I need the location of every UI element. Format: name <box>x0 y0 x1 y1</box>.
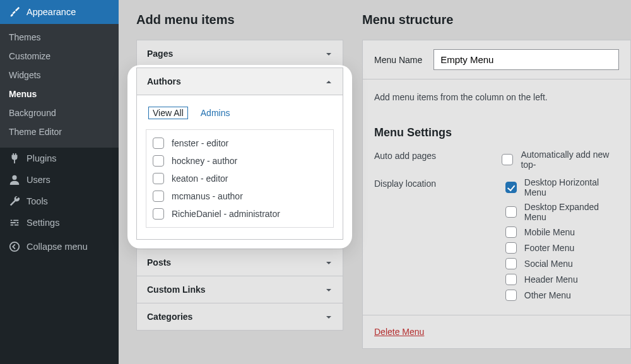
sidebar-sub-menus[interactable]: Menus <box>0 85 119 103</box>
checkbox[interactable] <box>502 154 513 165</box>
location-option[interactable]: Footer Menu <box>505 242 619 254</box>
author-label: hockney - author <box>172 156 237 166</box>
location-label: Other Menu <box>524 290 571 300</box>
menu-name-row: Menu Name <box>363 40 630 79</box>
collapse-icon <box>9 241 20 252</box>
sidebar-item-label: Users <box>27 175 50 185</box>
meta-box-pages: Pages <box>136 40 343 68</box>
author-item[interactable]: fenster - editor <box>153 138 327 149</box>
meta-box-pages-toggle[interactable]: Pages <box>137 40 343 67</box>
menu-name-label: Menu Name <box>374 55 422 65</box>
menu-structure-title: Menu structure <box>362 13 631 27</box>
display-location-label: Display location <box>374 177 505 189</box>
tab-view-all[interactable]: View All <box>148 107 188 119</box>
checkbox[interactable] <box>505 290 517 301</box>
meta-box-posts: Posts <box>136 249 343 276</box>
display-location-row: Display location Desktop Horizontal Menu… <box>374 177 619 301</box>
location-option[interactable]: Other Menu <box>505 290 619 301</box>
sidebar-sub-theme-editor[interactable]: Theme Editor <box>0 122 119 141</box>
tab-admins[interactable]: Admins <box>198 107 233 119</box>
auto-add-option-label: Automatically add new top- <box>521 150 619 170</box>
meta-box-authors-body: View All Admins fenster - editor hockney… <box>137 95 343 239</box>
checkbox[interactable] <box>505 206 517 218</box>
meta-box-authors-label: Authors <box>147 76 181 86</box>
chevron-down-icon <box>325 313 333 320</box>
meta-box-authors: Authors View All Admins fenster - editor… <box>136 68 343 240</box>
wrench-icon <box>9 196 20 207</box>
meta-box-categories-toggle[interactable]: Categories <box>137 303 343 330</box>
checkbox[interactable] <box>153 191 164 202</box>
meta-box-categories: Categories <box>136 303 343 331</box>
sidebar-item-tools[interactable]: Tools <box>0 191 119 212</box>
delete-menu-link[interactable]: Delete Menu <box>374 327 424 337</box>
meta-box-custom-links-label: Custom Links <box>147 285 206 295</box>
checkbox[interactable] <box>153 208 164 220</box>
sidebar-collapse-label: Collapse menu <box>27 242 88 252</box>
location-option[interactable]: Social Menu <box>505 258 619 269</box>
checkbox[interactable] <box>153 173 164 184</box>
meta-box-authors-toggle[interactable]: Authors <box>137 68 343 95</box>
content-area: Add menu items Pages Authors View All <box>119 0 631 364</box>
menu-body: Add menu items from the column on the le… <box>363 79 630 315</box>
checkbox[interactable] <box>505 242 517 254</box>
user-icon <box>9 174 20 185</box>
sidebar-item-settings[interactable]: Settings <box>0 212 119 233</box>
author-item[interactable]: keaton - editor <box>153 173 327 184</box>
chevron-up-icon <box>325 78 333 85</box>
checkbox[interactable] <box>153 138 164 149</box>
checkbox[interactable] <box>505 182 517 193</box>
location-option[interactable]: Mobile Menu <box>505 226 619 238</box>
meta-box-posts-toggle[interactable]: Posts <box>137 249 343 276</box>
sidebar-sub-themes[interactable]: Themes <box>0 28 119 47</box>
authors-list: fenster - editor hockney - author keaton… <box>146 129 334 228</box>
author-item[interactable]: RichieDaniel - administrator <box>153 208 327 220</box>
auto-add-option[interactable]: Automatically add new top- <box>502 150 619 170</box>
author-label: keaton - editor <box>172 173 228 184</box>
auto-add-row: Auto add pages Automatically add new top… <box>374 150 619 170</box>
plug-icon <box>9 153 20 164</box>
location-label: Desktop Horizontal Menu <box>524 177 619 197</box>
sidebar-item-label: Settings <box>27 218 59 228</box>
location-label: Header Menu <box>524 274 578 285</box>
menu-form: Menu Name Add menu items from the column… <box>362 40 631 349</box>
svg-point-1 <box>10 242 19 251</box>
admin-sidebar: Appearance Themes Customize Widgets Menu… <box>0 0 119 364</box>
meta-box-custom-links-toggle[interactable]: Custom Links <box>137 276 343 303</box>
meta-box-custom-links: Custom Links <box>136 276 343 303</box>
chevron-down-icon <box>325 50 333 57</box>
sidebar-sub-widgets[interactable]: Widgets <box>0 66 119 85</box>
sliders-icon <box>9 217 20 228</box>
menu-name-input[interactable] <box>433 49 619 70</box>
location-option[interactable]: Header Menu <box>505 274 619 285</box>
sidebar-collapse[interactable]: Collapse menu <box>0 236 119 257</box>
sidebar-item-users[interactable]: Users <box>0 169 119 191</box>
chevron-down-icon <box>325 259 333 266</box>
author-label: fenster - editor <box>172 138 228 148</box>
meta-box-categories-label: Categories <box>147 312 192 322</box>
location-option[interactable]: Desktop Horizontal Menu <box>505 177 619 197</box>
authors-tab-row: View All Admins <box>146 107 334 119</box>
sidebar-item-plugins[interactable]: Plugins <box>0 148 119 169</box>
meta-box-posts-label: Posts <box>147 257 171 267</box>
add-menu-items-title: Add menu items <box>136 13 343 27</box>
sidebar-sub-customize[interactable]: Customize <box>0 47 119 66</box>
author-label: mcmanus - author <box>172 191 243 201</box>
location-option[interactable]: Desktop Expanded Menu <box>505 202 619 222</box>
checkbox[interactable] <box>153 155 164 167</box>
checkbox[interactable] <box>505 258 517 269</box>
svg-point-0 <box>12 175 16 180</box>
checkbox[interactable] <box>505 274 517 285</box>
chevron-down-icon <box>325 286 333 293</box>
author-item[interactable]: hockney - author <box>153 155 327 167</box>
menu-structure-column: Menu structure Menu Name Add menu items … <box>362 13 631 351</box>
sidebar-sub-background[interactable]: Background <box>0 103 119 122</box>
sidebar-item-appearance[interactable]: Appearance <box>0 0 119 24</box>
checkbox[interactable] <box>505 226 517 238</box>
meta-box-pages-label: Pages <box>147 49 173 59</box>
location-label: Desktop Expanded Menu <box>524 202 619 222</box>
meta-box-authors-highlight: Authors View All Admins fenster - editor… <box>136 68 343 240</box>
author-item[interactable]: mcmanus - author <box>153 191 327 202</box>
brush-icon <box>9 6 20 18</box>
auto-add-label: Auto add pages <box>374 150 502 161</box>
menu-empty-hint: Add menu items from the column on the le… <box>374 92 619 102</box>
